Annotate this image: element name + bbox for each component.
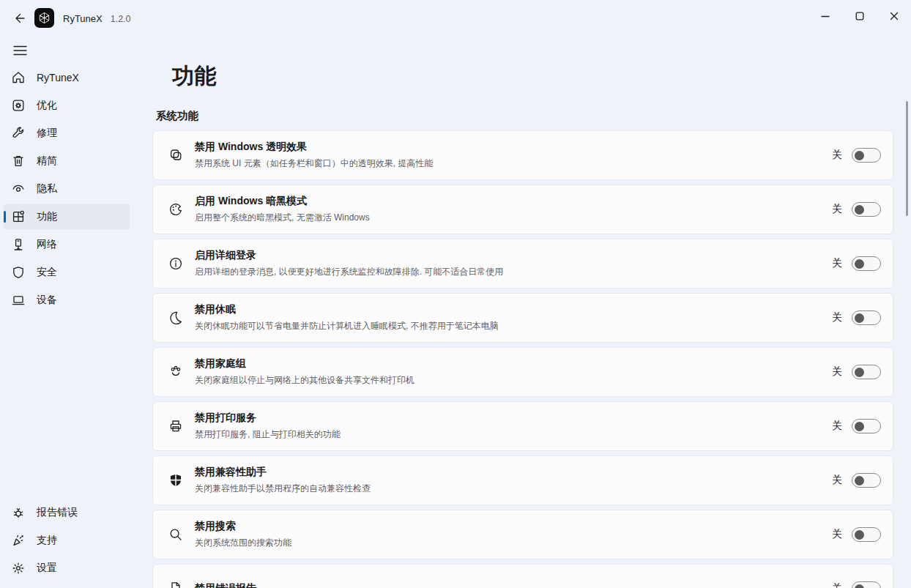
titlebar: RyTuneX 1.2.0: [0, 0, 911, 37]
sidebar-item-label: 隐私: [37, 182, 57, 196]
app-version: 1.2.0: [111, 14, 131, 24]
maximize-button[interactable]: [842, 0, 877, 32]
sidebar-item-优化[interactable]: 优化: [4, 92, 130, 119]
debloat-icon: [11, 154, 26, 168]
main-content: 功能 系统功能 禁用 Windows 透明效果 禁用系统 UI 元素（如任务栏和…: [139, 37, 911, 588]
bug-icon: [11, 505, 26, 520]
close-icon: [890, 12, 899, 21]
sidebar-item-label: RyTuneX: [37, 72, 79, 83]
toggle-state-label: 关: [832, 203, 842, 216]
setting-title: 禁用搜索: [195, 520, 832, 533]
device-icon: [11, 293, 26, 308]
setting-title: 禁用家庭组: [195, 357, 832, 371]
support-icon: [11, 533, 26, 548]
sidebar-nav: RyTuneX 优化 修理 精简 隐私 功能 网络 安全 设备: [0, 63, 139, 315]
setting-title: 禁用兼容性助手: [195, 466, 832, 479]
minimize-icon: [821, 12, 830, 21]
setting-title: 禁用休眠: [195, 303, 832, 316]
section-header: 系统功能: [156, 109, 911, 123]
transparency-icon: [168, 147, 184, 163]
features-icon: [11, 209, 26, 224]
toggle-switch[interactable]: [852, 527, 881, 542]
setting-description: 关闭兼容性助手以禁用程序的自动兼容性检查: [195, 483, 832, 495]
settings-icon: [11, 561, 26, 576]
toggle-state-label: 关: [832, 311, 842, 324]
toggle-state-label: 关: [832, 149, 842, 162]
sidebar-item-label: 设置: [37, 562, 57, 575]
sidebar-item-label: 精简: [37, 155, 57, 168]
toggle-state-label: 关: [832, 257, 842, 270]
sidebar-item-label: 功能: [37, 210, 57, 223]
window-title: RyTuneX 1.2.0: [63, 13, 131, 24]
sidebar-footer-nav: 报告错误 支持 设置: [0, 498, 139, 583]
sidebar-item-精简[interactable]: 精简: [4, 148, 130, 174]
setting-title: 禁用打印服务: [195, 412, 832, 425]
repair-icon: [11, 126, 26, 141]
toggle-state-label: 关: [832, 528, 842, 541]
setting-description: 关闭家庭组以停止与网络上的其他设备共享文件和打印机: [195, 374, 832, 387]
toggle-knob: [855, 151, 864, 160]
toggle-knob: [855, 313, 864, 323]
homegroup-icon: [168, 364, 184, 380]
sidebar-item-label: 优化: [37, 99, 57, 112]
setting-card: 禁用错误报告 关: [152, 564, 893, 588]
maximize-icon: [855, 12, 864, 21]
setting-description: 关闭休眠功能可以节省电量并防止计算机进入睡眠模式, 不推荐用于笔记本电脑: [195, 320, 832, 332]
app-logo: [34, 8, 54, 28]
sidebar-item-设备[interactable]: 设备: [4, 287, 130, 313]
sidebar-item-RyTuneX[interactable]: RyTuneX: [4, 64, 130, 91]
toggle-switch[interactable]: [852, 473, 881, 488]
sidebar-item-修理[interactable]: 修理: [4, 120, 130, 146]
error-report-icon: [168, 581, 184, 588]
security-icon: [11, 265, 26, 280]
toggle-switch[interactable]: [852, 419, 881, 433]
sidebar-item-支持[interactable]: 支持: [4, 527, 130, 554]
setting-description: 禁用系统 UI 元素（如任务栏和窗口）中的透明效果, 提高性能: [195, 157, 832, 170]
sidebar-item-网络[interactable]: 网络: [4, 231, 130, 258]
sidebar-item-label: 支持: [37, 534, 57, 547]
sidebar-item-报告错误[interactable]: 报告错误: [4, 499, 130, 526]
toggle-switch[interactable]: [852, 148, 881, 163]
window-controls: [808, 0, 911, 32]
toggle-switch[interactable]: [852, 365, 881, 379]
sidebar-item-功能[interactable]: 功能: [4, 204, 130, 230]
setting-description: 禁用打印服务, 阻止与打印相关的功能: [195, 428, 832, 441]
setting-title: 禁用错误报告: [195, 582, 832, 588]
toggle-state-label: 关: [832, 420, 842, 433]
toggle-state-label: 关: [832, 582, 842, 588]
toggle-knob: [855, 368, 864, 377]
sidebar-item-隐私[interactable]: 隐私: [4, 176, 130, 202]
toggle-knob: [855, 422, 864, 431]
optimize-icon: [11, 98, 26, 113]
hibernation-icon: [168, 310, 184, 326]
setting-description: 启用详细的登录消息, 以便更好地进行系统监控和故障排除. 可能不适合日常使用: [195, 266, 832, 278]
app-name: RyTuneX: [63, 13, 103, 24]
toggle-switch[interactable]: [852, 581, 881, 588]
sidebar-item-label: 设备: [37, 294, 57, 307]
close-button[interactable]: [877, 0, 911, 32]
printer-icon: [168, 418, 184, 434]
toggle-knob: [855, 584, 864, 588]
sidebar-item-设置[interactable]: 设置: [4, 555, 130, 581]
setting-title: 启用 Windows 暗黑模式: [195, 195, 832, 208]
sidebar-item-安全[interactable]: 安全: [4, 259, 130, 286]
settings-list: 禁用 Windows 透明效果 禁用系统 UI 元素（如任务栏和窗口）中的透明效…: [152, 130, 893, 588]
home-icon: [11, 70, 26, 85]
search-icon: [168, 526, 184, 543]
back-button[interactable]: [9, 8, 31, 29]
toggle-knob: [855, 476, 864, 485]
sidebar-item-label: 报告错误: [37, 506, 78, 519]
vertical-scrollbar[interactable]: [906, 101, 908, 216]
hamburger-menu-button[interactable]: [9, 40, 31, 61]
toggle-switch[interactable]: [852, 256, 881, 271]
toggle-switch[interactable]: [852, 310, 881, 325]
toggle-knob: [855, 259, 864, 269]
toggle-state-label: 关: [832, 474, 842, 487]
toggle-switch[interactable]: [852, 202, 881, 217]
network-icon: [11, 237, 26, 252]
setting-card: 禁用家庭组 关闭家庭组以停止与网络上的其他设备共享文件和打印机 关: [152, 347, 893, 397]
toggle-state-label: 关: [832, 365, 842, 379]
page-title: 功能: [172, 62, 911, 92]
setting-title: 启用详细登录: [195, 249, 832, 262]
minimize-button[interactable]: [808, 0, 842, 32]
